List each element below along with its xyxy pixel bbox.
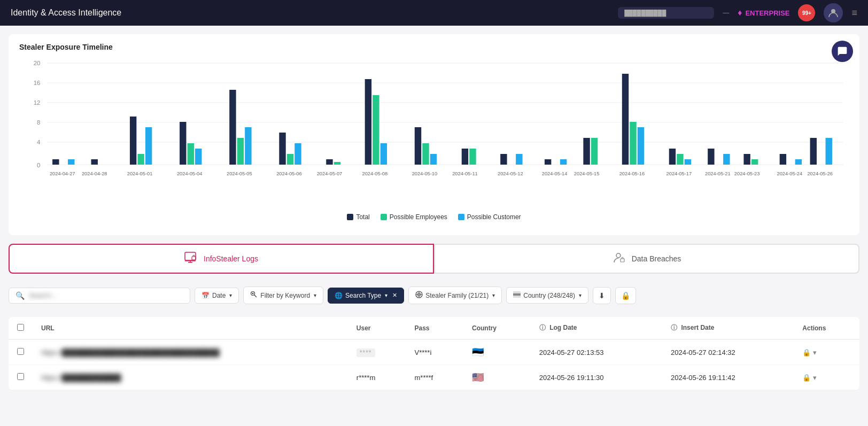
user-avatar[interactable] <box>824 3 843 22</box>
data-table: URL User Pass Country ⓘ Log Date ⓘ Inser… <box>9 317 859 390</box>
user-lock-icon <box>613 252 626 266</box>
main-content: Stealer Exposure Timeline 20 16 12 8 4 0 <box>0 26 868 399</box>
row-checkbox[interactable] <box>17 348 24 355</box>
svg-text:2024-05-15: 2024-05-15 <box>574 171 600 176</box>
table-section: URL User Pass Country ⓘ Log Date ⓘ Inser… <box>9 317 859 390</box>
table-header-user: User <box>348 317 406 339</box>
svg-rect-73 <box>795 159 802 165</box>
close-icon[interactable]: ✕ <box>392 292 397 299</box>
svg-text:2024-05-06: 2024-05-06 <box>276 171 302 176</box>
row-actions: 🔒 ▾ <box>794 339 859 365</box>
svg-text:2024-04-28: 2024-04-28 <box>82 171 107 176</box>
svg-rect-24 <box>188 143 194 165</box>
chevron-small-icon-2: ▾ <box>813 374 817 382</box>
svg-rect-19 <box>130 117 136 165</box>
svg-text:0: 0 <box>37 162 40 168</box>
tab-databreaches[interactable]: Data Breaches <box>434 244 859 274</box>
legend-total: Total <box>347 213 369 221</box>
row-actions: 🔒 ▾ <box>794 365 859 390</box>
svg-rect-38 <box>365 79 371 165</box>
info-icon: ⓘ <box>539 324 546 331</box>
calendar-icon: 📅 <box>201 292 210 299</box>
svg-rect-35 <box>326 159 332 165</box>
svg-rect-28 <box>237 138 244 165</box>
row-log-date: 2024-05-26 19:11:30 <box>531 365 662 390</box>
search-box[interactable]: 🔍 <box>9 288 190 304</box>
row-log-date: 2024-05-27 02:13:53 <box>531 339 662 365</box>
svg-rect-39 <box>373 95 379 165</box>
download-button[interactable]: ⬇ <box>593 287 611 304</box>
filter-icon <box>250 291 258 300</box>
row-checkbox[interactable] <box>17 373 24 380</box>
select-all-checkbox[interactable] <box>17 324 24 331</box>
svg-rect-84 <box>621 259 624 262</box>
lock-icon: 🔒 <box>621 291 630 300</box>
stealer-family-button[interactable]: Stealer Family (21/21) ▾ <box>408 286 502 304</box>
svg-rect-47 <box>469 149 476 165</box>
top-nav: Identity & Access Intelligence █████████… <box>0 0 868 26</box>
row-pass: V****i <box>406 339 464 365</box>
row-action-button[interactable]: 🔒 ▾ <box>802 374 817 382</box>
filter-keyword-button[interactable]: Filter by Keyword ▾ <box>243 286 323 304</box>
svg-rect-62 <box>669 149 676 165</box>
svg-rect-36 <box>334 162 340 165</box>
search-type-filter-button[interactable]: 🌐 Search Type ▾ ✕ <box>328 288 404 304</box>
info-icon-2: ⓘ <box>671 324 677 331</box>
svg-rect-20 <box>137 154 144 165</box>
svg-rect-43 <box>422 143 429 165</box>
country-filter-button[interactable]: Country (248/248) ▾ <box>506 287 588 304</box>
lock-small-icon-2: 🔒 <box>802 374 811 382</box>
svg-text:2024-05-05: 2024-05-05 <box>227 171 252 176</box>
row-action-button[interactable]: 🔒 ▾ <box>802 348 817 357</box>
legend-customer: Possible Customer <box>458 213 521 221</box>
svg-rect-31 <box>279 133 285 165</box>
tab-infostealer[interactable]: InfoStealer Logs <box>9 244 434 274</box>
hamburger-menu[interactable]: ≡ <box>851 7 857 19</box>
svg-text:2024-05-04: 2024-05-04 <box>177 171 203 176</box>
svg-rect-72 <box>780 154 786 165</box>
svg-text:2024-05-10: 2024-05-10 <box>412 171 438 176</box>
row-insert-date: 2024-05-27 02:14:32 <box>662 339 794 365</box>
svg-rect-21 <box>145 127 152 165</box>
chevron-small-icon: ▾ <box>813 348 817 357</box>
chart-section: Stealer Exposure Timeline 20 16 12 8 4 0 <box>9 34 859 235</box>
notification-button[interactable]: 99+ <box>798 4 815 21</box>
svg-rect-23 <box>180 122 186 165</box>
row-user: r****m <box>348 365 406 390</box>
chart-title: Stealer Exposure Timeline <box>19 43 849 51</box>
svg-rect-67 <box>723 154 730 165</box>
chart-container: 20 16 12 8 4 0 2024-04-27 2024-04-28 <box>19 58 849 229</box>
row-user: **** <box>348 339 406 365</box>
download-icon: ⬇ <box>599 291 605 300</box>
svg-text:2024-05-11: 2024-05-11 <box>452 171 478 176</box>
svg-rect-70 <box>751 159 758 165</box>
svg-rect-13 <box>52 159 59 165</box>
legend-total-dot <box>347 214 353 220</box>
row-pass: m****f <box>406 365 464 390</box>
row-insert-date: 2024-05-26 19:11:42 <box>662 365 794 390</box>
chevron-down-icon-st: ▾ <box>385 292 387 298</box>
svg-rect-93 <box>513 296 521 298</box>
tabs-section: InfoStealer Logs Data Breaches <box>9 244 859 274</box>
filters-row: 🔍 📅 Date ▾ Filter by Keyword ▾ 🌐 Search … <box>9 280 859 311</box>
table-header-country: Country <box>463 317 531 339</box>
desktop-lock-icon <box>184 252 198 266</box>
row-checkbox-cell <box>9 339 33 365</box>
date-filter-button[interactable]: 📅 Date ▾ <box>195 288 239 304</box>
search-input[interactable] <box>29 291 183 299</box>
svg-text:12: 12 <box>34 99 41 106</box>
svg-text:2024-05-01: 2024-05-01 <box>127 171 153 176</box>
svg-text:16: 16 <box>34 80 41 86</box>
lock-button[interactable]: 🔒 <box>615 287 636 304</box>
svg-text:2024-05-14: 2024-05-14 <box>542 171 568 176</box>
table-header-log-date: ⓘ Log Date <box>531 317 662 339</box>
search-icon: 🔍 <box>15 291 25 300</box>
svg-rect-49 <box>500 154 507 165</box>
svg-rect-64 <box>685 159 691 165</box>
enterprise-badge: ♦ ENTERPRISE <box>738 8 789 18</box>
svg-rect-75 <box>810 138 817 165</box>
nav-search[interactable]: ██████████ <box>618 7 714 19</box>
chevron-down-icon-sf: ▾ <box>492 292 495 298</box>
svg-rect-82 <box>192 257 196 260</box>
svg-rect-17 <box>91 159 98 165</box>
